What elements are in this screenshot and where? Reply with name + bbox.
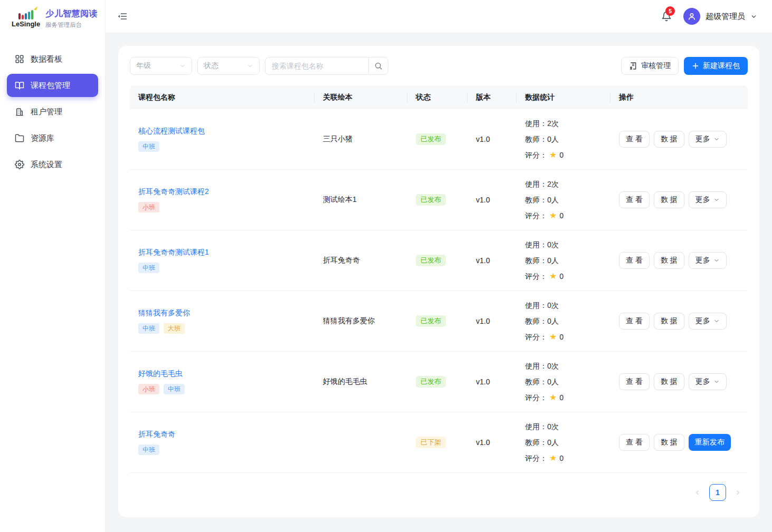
teacher-stat: 教师：0人 xyxy=(525,434,602,450)
usage-stat: 使用：2次 xyxy=(525,176,602,192)
view-button[interactable]: 查 看 xyxy=(619,191,650,208)
star-icon: ★ xyxy=(549,268,557,284)
sidebar-item-course-packages[interactable]: 课程包管理 xyxy=(7,74,98,97)
chevron-down-icon xyxy=(247,63,253,69)
usage-stat: 使用：0次 xyxy=(525,297,602,313)
view-button[interactable]: 查 看 xyxy=(619,131,650,148)
teacher-stat: 教师：0人 xyxy=(525,192,602,208)
notification-badge: 5 xyxy=(665,6,675,16)
audit-management-button[interactable]: 审核管理 xyxy=(621,57,679,75)
rating-stat: 评分：★0 xyxy=(525,268,602,284)
menu-fold-icon[interactable] xyxy=(117,11,128,22)
usage-stat: 使用：2次 xyxy=(525,115,602,131)
data-button[interactable]: 数 据 xyxy=(654,373,684,390)
avatar xyxy=(683,8,700,25)
status-filter-select[interactable]: 状态 xyxy=(197,57,260,75)
page-number-current[interactable]: 1 xyxy=(709,484,726,501)
search-input[interactable] xyxy=(265,57,368,75)
column-header-status: 状态 xyxy=(407,93,468,102)
column-header-book: 关联绘本 xyxy=(314,93,407,102)
star-icon: ★ xyxy=(549,208,557,224)
search-button[interactable] xyxy=(368,57,388,75)
data-button[interactable]: 数 据 xyxy=(654,313,684,330)
view-button[interactable]: 查 看 xyxy=(619,373,650,390)
package-name-link[interactable]: 猜猜我有多爱你 xyxy=(138,308,190,318)
audit-icon xyxy=(629,62,637,70)
grade-tag: 大班 xyxy=(164,323,185,334)
more-button[interactable]: 更多 xyxy=(689,313,727,330)
user-menu[interactable]: 超级管理员 xyxy=(683,8,757,25)
sidebar-item-settings[interactable]: 系统设置 xyxy=(7,153,98,176)
grade-tag: 小班 xyxy=(138,384,159,394)
app-subtitle: 服务管理后台 xyxy=(45,21,98,29)
more-button[interactable]: 更多 xyxy=(689,373,727,390)
more-button[interactable]: 更多 xyxy=(689,252,727,269)
sidebar-item-tenants[interactable]: 租户管理 xyxy=(7,100,98,123)
package-name-link[interactable]: 好饿的毛毛虫 xyxy=(138,369,183,379)
table-row: 核心流程测试课程包 中班 三只小猪 已发布 v1.0 使用：2次 教师：0人 评… xyxy=(130,109,748,170)
related-book: 三只小猪 xyxy=(314,134,407,144)
table-row: 猜猜我有多爱你 中班 大班 猜猜我有多爱你 已发布 v1.0 使用：0次 教师：… xyxy=(130,291,748,352)
data-button[interactable]: 数 据 xyxy=(654,434,684,451)
related-book: 折耳兔奇奇 xyxy=(314,256,407,265)
view-button[interactable]: 查 看 xyxy=(619,252,650,269)
chevron-down-icon xyxy=(713,318,720,324)
stats-cell: 使用：0次 教师：0人 评分：★0 xyxy=(517,358,611,405)
prev-page-icon[interactable] xyxy=(694,489,701,496)
data-button[interactable]: 数 据 xyxy=(654,252,684,269)
book-icon xyxy=(15,81,24,90)
building-icon xyxy=(15,107,24,117)
brand: LeSingle 少儿智慧阅读 服务管理后台 xyxy=(0,0,105,37)
data-button[interactable]: 数 据 xyxy=(654,191,684,208)
more-button[interactable]: 更多 xyxy=(689,131,727,148)
table-header: 课程包名称 关联绘本 状态 版本 数据统计 操作 xyxy=(130,85,748,109)
sidebar-item-dashboard[interactable]: 数据看板 xyxy=(7,47,98,71)
usage-stat: 使用：0次 xyxy=(525,419,602,434)
stats-cell: 使用：0次 教师：0人 评分：★0 xyxy=(517,419,611,466)
column-header-actions: 操作 xyxy=(611,93,748,102)
gear-icon xyxy=(15,160,24,169)
top-header: 5 超级管理员 xyxy=(106,0,772,33)
package-name-link[interactable]: 折耳兔奇奇测试课程1 xyxy=(138,248,209,257)
stats-cell: 使用：2次 教师：0人 评分：★0 xyxy=(517,176,611,224)
grade-tag: 中班 xyxy=(164,384,185,394)
create-package-button[interactable]: 新建课程包 xyxy=(684,57,748,75)
package-name-link[interactable]: 核心流程测试课程包 xyxy=(138,127,205,136)
logo-wordmark: LeSingle xyxy=(12,20,40,28)
version: v1.0 xyxy=(468,196,517,204)
column-header-name: 课程包名称 xyxy=(130,93,314,102)
star-icon: ★ xyxy=(549,450,557,466)
republish-button[interactable]: 重新发布 xyxy=(689,434,731,451)
status-badge: 已发布 xyxy=(416,194,446,206)
chevron-down-icon xyxy=(713,379,720,385)
column-header-stats: 数据统计 xyxy=(517,93,611,102)
course-package-table: 课程包名称 关联绘本 状态 版本 数据统计 操作 核心流程测试课程包 中班 三只… xyxy=(130,85,748,473)
related-book: 猜猜我有多爱你 xyxy=(314,316,407,326)
package-name-link[interactable]: 折耳兔奇奇 xyxy=(138,430,175,439)
sidebar-item-resources[interactable]: 资源库 xyxy=(7,127,98,150)
view-button[interactable]: 查 看 xyxy=(619,313,650,330)
teacher-stat: 教师：0人 xyxy=(525,253,602,268)
next-page-icon[interactable] xyxy=(735,489,741,496)
grade-tag: 中班 xyxy=(138,141,159,152)
star-icon: ★ xyxy=(549,329,557,345)
grade-tag: 中班 xyxy=(138,444,159,455)
grade-filter-select[interactable]: 年级 xyxy=(130,57,192,75)
stats-cell: 使用：2次 教师：0人 评分：★0 xyxy=(517,115,611,163)
rating-stat: 评分：★0 xyxy=(525,450,602,466)
chevron-down-icon xyxy=(179,63,186,69)
plus-icon xyxy=(692,62,699,70)
table-row: 折耳兔奇奇测试课程1 中班 折耳兔奇奇 已发布 v1.0 使用：0次 教师：0人… xyxy=(130,230,748,291)
grade-tag: 中班 xyxy=(138,263,159,273)
status-badge: 已发布 xyxy=(416,376,446,388)
notification-bell-icon[interactable]: 5 xyxy=(659,9,674,24)
view-button[interactable]: 查 看 xyxy=(619,434,650,451)
grade-tag: 中班 xyxy=(138,323,159,334)
teacher-stat: 教师：0人 xyxy=(525,131,602,147)
package-name-link[interactable]: 折耳兔奇奇测试课程2 xyxy=(138,187,209,197)
sidebar-item-label: 系统设置 xyxy=(31,160,62,170)
teacher-stat: 教师：0人 xyxy=(525,313,602,329)
data-button[interactable]: 数 据 xyxy=(654,131,684,148)
more-button[interactable]: 更多 xyxy=(689,191,727,208)
status-filter-value: 状态 xyxy=(204,61,218,71)
